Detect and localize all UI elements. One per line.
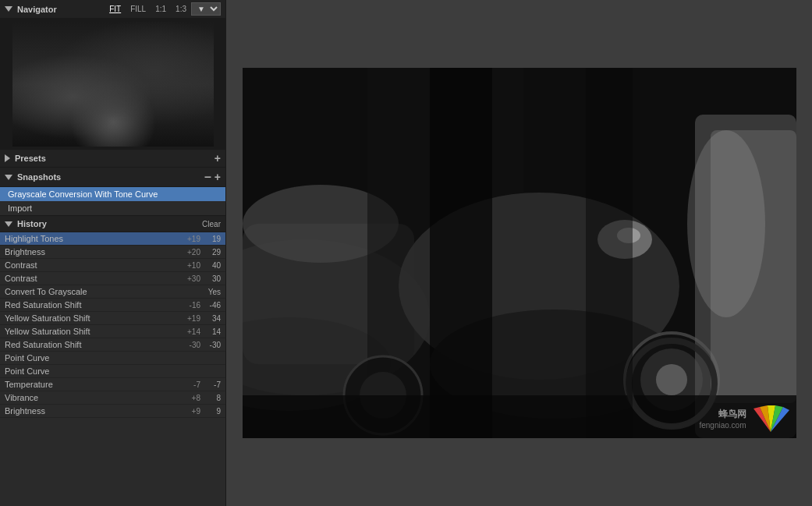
photo-container: 蜂鸟网 fengniao.com: [243, 68, 796, 438]
presets-toggle-icon: [5, 154, 10, 162]
history-title: History: [17, 219, 202, 228]
left-panel: Navigator FIT FILL 1:1 1:3 ▼ Presets + S…: [0, 0, 226, 506]
history-item[interactable]: Point Curve: [0, 352, 225, 365]
history-item[interactable]: Brightness+99: [0, 405, 225, 418]
history-item-value: 19: [204, 235, 221, 243]
history-item-delta: +19: [179, 314, 200, 323]
history-item-delta: +10: [179, 261, 200, 270]
history-item[interactable]: Temperature-7-7: [0, 378, 225, 391]
history-item-name: Red Saturation Shift: [5, 340, 179, 349]
history-item[interactable]: Vibrance+88: [0, 391, 225, 405]
history-item-delta: -7: [179, 380, 200, 389]
history-item[interactable]: Contrast+1040: [0, 259, 225, 272]
history-list: Highlight Tones+1919Brightness+2029Contr…: [0, 232, 225, 418]
history-item[interactable]: Highlight Tones+1919: [0, 232, 225, 246]
history-item[interactable]: Red Saturation Shift-16-46: [0, 299, 225, 312]
history-item-value: 9: [204, 407, 221, 416]
history-item-name: Point Curve: [5, 353, 179, 363]
history-item-name: Red Saturation Shift: [5, 300, 179, 310]
svg-rect-21: [586, 68, 633, 438]
snapshots-add-button[interactable]: +: [215, 172, 221, 182]
history-item-name: Highlight Tones: [5, 234, 179, 243]
history-item-name: Yellow Saturation Shift: [5, 327, 179, 336]
history-item[interactable]: Convert To GrayscaleYes: [0, 285, 225, 299]
history-item-value: 29: [204, 248, 221, 257]
snapshots-header[interactable]: Snapshots – +: [0, 168, 225, 187]
history-item-value: 30: [204, 274, 221, 283]
history-item-value: 40: [204, 261, 221, 270]
navigator-thumbnail: [12, 22, 214, 147]
snapshots-toggle-icon: [5, 175, 12, 180]
svg-point-15: [687, 130, 765, 317]
photo-bw-image: [243, 68, 796, 438]
navigator-zoom-controls: FIT FILL 1:1 1:3 ▼: [108, 2, 221, 16]
navigator-header[interactable]: Navigator FIT FILL 1:1 1:3 ▼: [0, 0, 225, 19]
snapshots-remove-button[interactable]: –: [204, 171, 211, 183]
history-item-delta: +30: [179, 274, 200, 283]
watermark-text-block: 蜂鸟网 fengniao.com: [699, 408, 746, 430]
snapshots-title: Snapshots: [17, 172, 204, 182]
history-item-name: Brightness: [5, 247, 179, 257]
history-item-value: Yes: [204, 288, 221, 296]
history-item-delta: +14: [179, 327, 200, 336]
history-item-name: Vibrance: [5, 393, 179, 402]
navigator-image[interactable]: [12, 22, 214, 147]
history-item-name: Brightness: [5, 406, 179, 416]
history-header: History Clear: [0, 216, 225, 232]
history-item-delta: +19: [179, 235, 200, 243]
history-item[interactable]: Yellow Saturation Shift+1414: [0, 325, 225, 338]
history-item-value: -46: [204, 301, 221, 310]
zoom-dropdown[interactable]: ▼: [191, 2, 221, 16]
main-content: 蜂鸟网 fengniao.com: [226, 0, 812, 506]
presets-title: Presets: [15, 154, 215, 163]
zoom-1-3-button[interactable]: 1:3: [174, 4, 188, 14]
svg-rect-20: [430, 68, 492, 438]
history-item-name: Point Curve: [5, 366, 179, 376]
presets-add-button[interactable]: +: [215, 153, 221, 164]
zoom-fill-button[interactable]: FILL: [129, 4, 147, 14]
history-section[interactable]: History Clear Highlight Tones+1919Bright…: [0, 216, 225, 506]
navigator-preview: [0, 19, 225, 150]
watermark-logo: [751, 405, 790, 432]
watermark-url: fengniao.com: [699, 421, 746, 430]
history-item[interactable]: Red Saturation Shift-30-30: [0, 338, 225, 352]
history-item-value: 8: [204, 394, 221, 402]
navigator-title: Navigator: [17, 5, 108, 14]
history-item[interactable]: Point Curve: [0, 365, 225, 378]
history-item-delta: +20: [179, 248, 200, 257]
history-clear-button[interactable]: Clear: [202, 220, 221, 228]
history-item-delta: -16: [179, 301, 200, 310]
snapshot-item-import[interactable]: Import: [0, 201, 225, 215]
history-item-value: 34: [204, 314, 221, 323]
history-item[interactable]: Yellow Saturation Shift+1934: [0, 312, 225, 325]
history-item[interactable]: Brightness+2029: [0, 246, 225, 259]
navigator-toggle-icon: [5, 6, 12, 12]
history-item-value: 14: [204, 327, 221, 336]
snapshots-section: Snapshots – + Grayscale Conversion With …: [0, 168, 225, 216]
history-item-value: -30: [204, 341, 221, 349]
history-item-delta: +9: [179, 407, 200, 416]
history-item-value: -7: [204, 380, 221, 389]
history-item-name: Temperature: [5, 380, 179, 389]
history-item-name: Convert To Grayscale: [5, 287, 179, 296]
presets-section-header[interactable]: Presets +: [0, 150, 225, 168]
zoom-fit-button[interactable]: FIT: [108, 4, 122, 14]
history-item-name: Contrast: [5, 260, 179, 270]
history-item-name: Contrast: [5, 274, 179, 283]
snapshot-item-grayscale[interactable]: Grayscale Conversion With Tone Curve: [0, 187, 225, 201]
watermark-area: 蜂鸟网 fengniao.com: [699, 405, 789, 432]
history-item-name: Yellow Saturation Shift: [5, 313, 179, 323]
history-item[interactable]: Contrast+3030: [0, 272, 225, 285]
watermark-chinese: 蜂鸟网: [699, 408, 746, 421]
photo-svg: [243, 68, 796, 438]
history-item-delta: +8: [179, 394, 200, 402]
zoom-1-1-button[interactable]: 1:1: [154, 4, 168, 14]
history-toggle-icon: [5, 221, 12, 227]
svg-point-10: [656, 364, 687, 395]
history-item-delta: -30: [179, 341, 200, 349]
